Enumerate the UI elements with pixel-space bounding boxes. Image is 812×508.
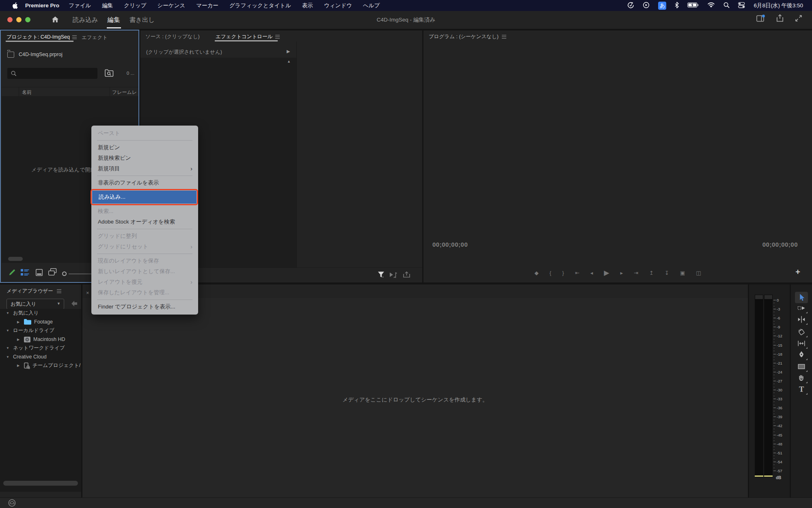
expand-row-icon[interactable]: ▶ — [287, 49, 290, 54]
chevron-collapsed-icon[interactable]: ▶ — [16, 320, 20, 324]
apple-menu-icon[interactable] — [12, 2, 18, 9]
tree-item--[interactable]: ▶チームプロジェクト/ — [0, 361, 81, 370]
type-tool[interactable]: T — [797, 385, 806, 394]
menu-item-9[interactable]: Adobe Stock オーディオを検索 — [91, 217, 198, 227]
menubar-clock[interactable]: 6月8日(水) 午後3:50 — [754, 2, 803, 9]
menubar-menu-3[interactable]: シーケンス — [158, 2, 186, 9]
control-center-icon[interactable] — [738, 2, 745, 9]
mode-tab-1[interactable]: 編集 — [108, 16, 120, 24]
timecode-current[interactable]: 00;00;00;00 — [432, 241, 468, 248]
play-icon[interactable]: ▶ — [604, 269, 609, 277]
spotlight-search-icon[interactable] — [723, 2, 730, 9]
horizontal-scrollbar[interactable] — [8, 257, 23, 261]
publish-icon[interactable] — [403, 271, 410, 280]
close-panel-icon[interactable]: × — [86, 290, 89, 296]
step-back-icon[interactable]: ◂ — [590, 270, 593, 276]
tree-item--[interactable]: ▼お気に入り — [0, 309, 81, 318]
maximize-window-button[interactable] — [25, 17, 30, 22]
chevron-expanded-icon[interactable]: ▼ — [6, 346, 10, 350]
play-audio-icon[interactable] — [389, 271, 398, 280]
menubar-menu-4[interactable]: マーカー — [196, 2, 218, 9]
menubar-menu-7[interactable]: ウィンドウ — [324, 2, 352, 9]
rectangle-tool[interactable] — [797, 362, 806, 371]
chevron-collapsed-icon[interactable]: ▶ — [16, 364, 20, 367]
menubar-menu-1[interactable]: 編集 — [102, 2, 113, 9]
tree-item--[interactable]: ▼ネットワークドライブ — [0, 344, 81, 353]
panel-menu-icon[interactable] — [57, 288, 61, 294]
menubar-menu-5[interactable]: グラフィックとタイトル — [229, 2, 291, 9]
pen-tool[interactable] — [797, 350, 806, 359]
menubar-app-name[interactable]: Premiere Pro — [25, 2, 59, 9]
marker-icon[interactable]: ◆ — [534, 270, 538, 276]
panel-menu-icon[interactable] — [275, 34, 280, 40]
hand-tool[interactable] — [797, 373, 806, 382]
menubar-menu-0[interactable]: ファイル — [69, 2, 91, 9]
menu-item-3[interactable]: 新規検索ビン — [91, 153, 198, 163]
battery-icon[interactable] — [687, 2, 699, 9]
zoom-slider-handle[interactable] — [62, 271, 67, 276]
tab-source[interactable]: ソース : (クリップなし) — [145, 33, 200, 40]
list-view-icon[interactable] — [21, 269, 29, 278]
panel-menu-icon[interactable] — [72, 34, 77, 40]
column-name[interactable]: 名前 — [22, 89, 32, 96]
tab-effect-control[interactable]: エフェクトコントロール — [216, 33, 280, 40]
extract-icon[interactable]: ↧ — [665, 270, 669, 276]
media-browser-scrollbar[interactable] — [3, 481, 78, 486]
home-icon[interactable] — [51, 15, 59, 25]
ripple-edit-tool[interactable] — [797, 315, 806, 324]
tab-program[interactable]: プログラム : (シーケンスなし) — [429, 33, 506, 40]
scroll-up-icon[interactable]: ▲ — [287, 59, 291, 63]
tree-item-creative-cloud[interactable]: ▼Creative Cloud — [0, 353, 81, 362]
workspace-icon[interactable] — [756, 15, 765, 24]
chevron-expanded-icon[interactable]: ▼ — [6, 355, 10, 359]
comparison-view-icon[interactable]: ◫ — [696, 270, 701, 276]
mark-out-icon[interactable]: } — [562, 270, 564, 276]
menu-item-6[interactable]: 非表示のファイルを表示 — [91, 178, 198, 188]
tree-item-macintosh-hd[interactable]: ▶Macintosh HD — [0, 335, 81, 344]
pencil-icon[interactable] — [8, 269, 16, 278]
menu-item-19[interactable]: Finder でプロジェクトを表示... — [91, 302, 198, 312]
ime-icon[interactable]: あ — [658, 2, 666, 10]
favorites-dropdown[interactable]: お気に入り ▼ — [6, 299, 64, 309]
track-select-forward-tool[interactable] — [797, 304, 806, 313]
bluetooth-icon[interactable] — [675, 2, 679, 10]
export-frame-icon[interactable]: ▣ — [680, 270, 685, 276]
freeform-view-icon[interactable] — [48, 268, 57, 278]
play-circle-icon[interactable] — [643, 2, 650, 10]
quick-export-icon[interactable] — [776, 14, 784, 24]
menubar-menu-8[interactable]: ヘルプ — [363, 2, 380, 9]
chevron-collapsed-icon[interactable]: ▶ — [16, 338, 20, 341]
menu-item-4[interactable]: 新規項目› — [91, 163, 198, 174]
mark-in-icon[interactable]: { — [549, 270, 551, 276]
filter-properties-icon[interactable] — [378, 271, 384, 280]
icon-view-icon[interactable] — [36, 269, 43, 278]
panel-menu-icon[interactable] — [502, 34, 506, 40]
go-to-in-icon[interactable]: ⇤ — [575, 270, 579, 276]
audio-meters-panel[interactable]: 0-3-6-9-12-15-18-21-24-27-30-33-36-39-42… — [749, 284, 790, 497]
menubar-menu-6[interactable]: 表示 — [302, 2, 313, 9]
tree-item-footage[interactable]: ▶Footage — [0, 318, 81, 327]
mode-tab-2[interactable]: 書き出し — [130, 16, 155, 24]
chevron-expanded-icon[interactable]: ▼ — [6, 311, 10, 315]
search-bin-icon[interactable] — [104, 69, 114, 79]
menubar-menu-2[interactable]: クリップ — [124, 2, 146, 9]
search-input[interactable] — [7, 68, 97, 79]
lift-icon[interactable]: ↥ — [649, 270, 654, 276]
add-button[interactable]: + — [795, 267, 800, 277]
go-to-out-icon[interactable]: ⇥ — [634, 270, 638, 276]
creative-cloud-icon[interactable] — [8, 499, 16, 508]
razor-tool[interactable] — [797, 328, 806, 336]
close-window-button[interactable] — [7, 17, 13, 22]
tab-effects[interactable]: エフェクト — [82, 34, 108, 41]
column-frame-rate[interactable]: フレームレ — [112, 89, 137, 96]
selection-tool[interactable] — [797, 293, 806, 302]
back-icon[interactable] — [71, 300, 78, 308]
project-file-name[interactable]: C4D-ImgSeq.prproj — [19, 52, 63, 57]
tab-media-browser[interactable]: メディアブラウザー — [6, 288, 53, 295]
sync-icon[interactable] — [627, 2, 634, 10]
slip-tool[interactable] — [797, 339, 806, 348]
menu-item-2[interactable]: 新規ビン — [91, 142, 198, 153]
tree-item--[interactable]: ▼ローカルドライブ — [0, 326, 81, 335]
wifi-icon[interactable] — [707, 2, 715, 9]
step-forward-icon[interactable]: ▸ — [620, 270, 623, 276]
